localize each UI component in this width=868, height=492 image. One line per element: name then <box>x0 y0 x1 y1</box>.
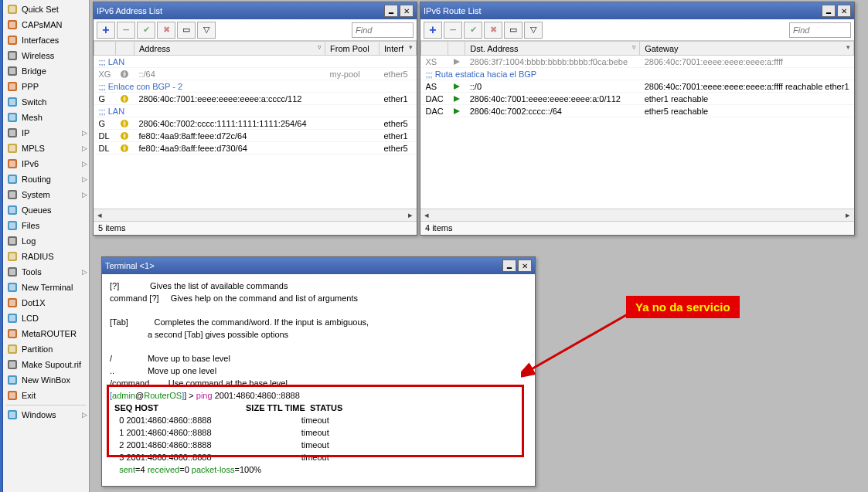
menu-item-dot1x[interactable]: Dot1X <box>5 295 89 310</box>
filter-button[interactable]: ▽ <box>197 22 216 39</box>
window-title: Terminal <1> <box>105 261 501 270</box>
menu-item-lcd[interactable]: LCD <box>5 310 89 326</box>
comment-button[interactable]: ▭ <box>504 22 523 39</box>
table-row[interactable]: DLfe80::4aa9:8aff:feee:d72c/64ether1 <box>94 130 417 142</box>
disable-button[interactable]: ✖ <box>484 22 502 39</box>
table-row[interactable]: XS2806:3f7:1004:bbbb:bbbb:bbbb:f0ca:bebe… <box>421 56 854 68</box>
menu-item-bridge[interactable]: Bridge <box>5 63 89 79</box>
window-close-button[interactable]: ✕ <box>400 5 414 17</box>
col-header[interactable] <box>421 42 448 56</box>
col-header[interactable]: Address▿ <box>134 42 325 56</box>
menu-label: Queues <box>22 205 89 215</box>
menu-item-log[interactable]: Log <box>5 233 89 249</box>
svg-rect-23 <box>9 176 15 182</box>
gw-cell: ether1 reachable <box>640 93 854 105</box>
disable-button[interactable]: ✖ <box>157 22 175 39</box>
chevron-right-icon: ▷ <box>81 144 87 152</box>
table-row[interactable]: XG::/64my-poolether5 <box>94 68 417 80</box>
sidebar-accent-bar <box>0 0 3 492</box>
menu-item-files[interactable]: Files <box>5 218 89 233</box>
col-header[interactable] <box>115 42 134 56</box>
menu-label: MPLS <box>22 144 81 153</box>
hscrollbar[interactable]: ◂▸ <box>420 209 854 221</box>
route-icon <box>448 56 465 68</box>
terminal-body[interactable]: [?] Gives the list of available commands… <box>102 274 535 486</box>
table-row[interactable]: ;;; LAN <box>94 56 417 68</box>
menu-item-ipv6[interactable]: IPv6▷ <box>5 156 89 171</box>
menu-item-capsman[interactable]: CAPsMAN <box>5 17 89 32</box>
filter-button[interactable]: ▽ <box>524 22 543 39</box>
col-header[interactable]: From Pool <box>325 42 380 56</box>
table-row[interactable]: AS::/02806:40c:7001:eeee:eeee:eeee:a:fff… <box>421 80 854 93</box>
dot1x-icon <box>6 297 19 309</box>
menu-item-switch[interactable]: Switch <box>5 94 89 110</box>
col-header[interactable]: Dst. Address▿ <box>465 42 640 56</box>
menu-item-radius[interactable]: RADIUS <box>5 249 89 264</box>
menu-item-quick-set[interactable]: Quick Set <box>5 2 89 17</box>
menu-item-queues[interactable]: Queues <box>5 202 89 218</box>
table-row[interactable]: DLfe80::4aa9:8aff:feee:d730/64ether5 <box>94 142 417 154</box>
window-min-button[interactable]: 🗕 <box>384 5 398 17</box>
menu-item-make-supout-rif[interactable]: Make Supout.rif <box>5 357 89 372</box>
add-button[interactable]: + <box>424 22 442 39</box>
ping-line-3: 3 2001:4860:4860::8888 timeout <box>110 453 329 462</box>
menu-label: Switch <box>22 97 89 107</box>
menu-item-partition[interactable]: Partition <box>5 341 89 357</box>
table-row[interactable]: ;;; Ruta estatica hacia el BGP <box>421 68 854 80</box>
menu-item-ppp[interactable]: PPP <box>5 79 89 94</box>
menu-item-interfaces[interactable]: Interfaces <box>5 32 89 48</box>
find-input[interactable] <box>352 22 414 38</box>
menu-item-wireless[interactable]: Wireless <box>5 48 89 63</box>
window-titlebar[interactable]: Terminal <1> 🗕 ✕ <box>102 257 535 274</box>
menu-item-system[interactable]: System▷ <box>5 187 89 202</box>
sort-icon: ▾ <box>409 43 413 51</box>
radius-icon <box>6 250 19 263</box>
address-icon <box>115 142 134 154</box>
col-header[interactable]: Gateway▾ <box>640 42 854 56</box>
col-header[interactable]: Interf▾ <box>380 42 417 56</box>
table-row[interactable]: G2806:40c:7001:eeee:eeee:eeee:a:cccc/112… <box>94 93 417 105</box>
windows-icon <box>6 409 19 421</box>
svg-rect-43 <box>9 331 15 337</box>
chevron-right-icon: ▷ <box>81 129 87 137</box>
menu-item-new-terminal[interactable]: New Terminal <box>5 280 89 295</box>
flag-cell: AS <box>421 80 448 93</box>
menu-label: Dot1X <box>22 298 89 307</box>
comment-button[interactable]: ▭ <box>177 22 196 39</box>
remove-button[interactable]: − <box>117 22 135 39</box>
window-close-button[interactable]: ✕ <box>518 260 532 272</box>
menu-item-mpls[interactable]: MPLS▷ <box>5 141 89 156</box>
menu-item-routing[interactable]: Routing▷ <box>5 171 89 187</box>
remove-button[interactable]: − <box>444 22 462 39</box>
menu-item-new-winbox[interactable]: New WinBox <box>5 372 89 388</box>
window-titlebar[interactable]: IPv6 Address List 🗕 ✕ <box>94 2 417 19</box>
col-header[interactable] <box>448 42 465 56</box>
table-row[interactable]: DAC2806:40c:7001:eeee:eeee:eeee:a:0/112e… <box>421 93 854 105</box>
menu-item-mesh[interactable]: Mesh <box>5 110 89 125</box>
add-button[interactable]: + <box>97 22 115 39</box>
window-terminal: Terminal <1> 🗕 ✕ [?] Gives the list of a… <box>101 256 536 487</box>
table-row[interactable]: ;;; Enlace con BGP - 2 <box>94 80 417 93</box>
menu-item-exit[interactable]: Exit <box>5 388 89 403</box>
enable-button[interactable]: ✔ <box>137 22 155 39</box>
menu-item-ip[interactable]: IP▷ <box>5 125 89 141</box>
table-row[interactable]: DAC2806:40c:7002:cccc::/64ether5 reachab… <box>421 105 854 117</box>
menu-item-tools[interactable]: Tools▷ <box>5 264 89 280</box>
menu-item-metarouter[interactable]: MetaROUTER <box>5 326 89 341</box>
col-header[interactable] <box>94 42 116 56</box>
window-close-button[interactable]: ✕ <box>837 5 851 17</box>
svg-rect-17 <box>9 130 15 136</box>
table-row[interactable]: G2806:40c:7002:cccc:1111:1111:1111:254/6… <box>94 117 417 130</box>
svg-rect-45 <box>9 346 15 352</box>
hscrollbar[interactable]: ◂▸ <box>94 209 417 221</box>
table-row[interactable]: ;;; LAN <box>94 105 417 117</box>
menu-label: IP <box>22 128 81 137</box>
window-min-button[interactable]: 🗕 <box>502 260 516 272</box>
group-label: ;;; Enlace con BGP - 2 <box>94 80 417 93</box>
window-titlebar[interactable]: IPv6 Route List 🗕 ✕ <box>420 2 854 19</box>
find-input[interactable] <box>789 22 851 38</box>
window-min-button[interactable]: 🗕 <box>822 5 836 17</box>
menu-item-windows[interactable]: Windows▷ <box>5 407 89 422</box>
address-cell: 2806:40c:7002:cccc:1111:1111:1111:254/64 <box>134 117 325 130</box>
enable-button[interactable]: ✔ <box>464 22 482 39</box>
